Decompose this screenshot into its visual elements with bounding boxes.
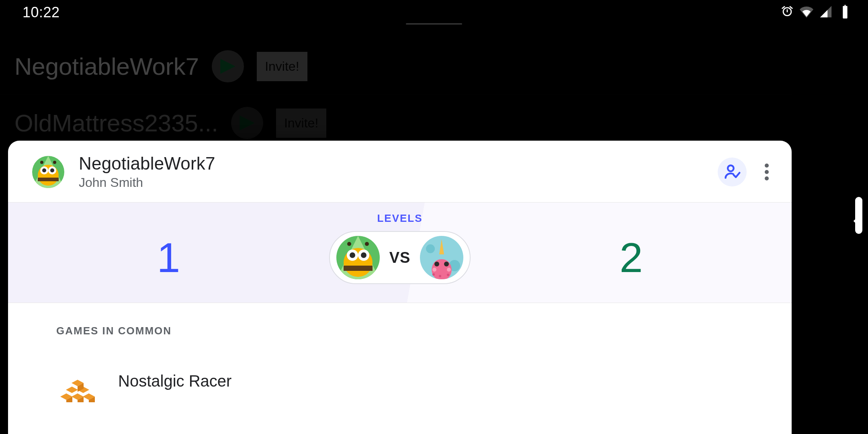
status-bar: 10:22 [0, 0, 868, 25]
svg-point-30 [444, 262, 449, 266]
cell-signal-icon [819, 5, 833, 20]
vs-label: VS [389, 249, 411, 266]
svg-point-23 [365, 242, 369, 246]
svg-point-21 [361, 252, 366, 258]
svg-point-9 [53, 161, 56, 164]
levels-comparison: LEVELS 1 [8, 203, 792, 303]
svg-point-13 [765, 176, 769, 180]
invite-button[interactable]: Invite! [276, 108, 326, 138]
sheet-header-text: NegotiableWork7 John Smith [79, 154, 718, 190]
alarm-icon [780, 5, 794, 20]
player-username: NegotiableWork7 [79, 154, 718, 174]
svg-point-6 [42, 168, 46, 172]
battery-icon [838, 5, 852, 20]
game-row[interactable]: Nostalgic Racer [56, 360, 743, 402]
svg-rect-17 [344, 266, 373, 271]
play-games-icon[interactable] [231, 107, 263, 139]
invite-button[interactable]: Invite! [257, 52, 307, 81]
status-time: 10:22 [23, 4, 60, 21]
svg-marker-40 [66, 387, 78, 393]
back-button[interactable] [844, 209, 868, 233]
svg-point-32 [447, 268, 451, 272]
levels-heading: LEVELS [8, 212, 792, 225]
background-player-list: NegotiableWork7 Invite! OldMattress2335.… [0, 38, 792, 151]
games-in-common-heading: GAMES IN COMMON [56, 325, 743, 337]
svg-point-10 [728, 165, 734, 171]
notch-indicator [406, 23, 462, 25]
player-realname: John Smith [79, 175, 718, 190]
their-avatar-bee-icon [336, 236, 380, 279]
vs-pill: VS [329, 231, 471, 284]
game-app-icon [56, 360, 99, 402]
svg-point-12 [765, 170, 769, 174]
svg-point-7 [50, 168, 54, 172]
play-games-icon[interactable] [212, 50, 244, 82]
svg-point-22 [347, 242, 351, 246]
svg-point-35 [447, 274, 449, 276]
my-avatar-narwhal-icon [420, 236, 463, 279]
svg-point-33 [432, 273, 435, 276]
background-player-name: OldMattress2335... [14, 109, 218, 137]
game-title: Nostalgic Racer [118, 372, 231, 390]
svg-point-26 [426, 244, 435, 253]
svg-point-31 [432, 268, 436, 272]
wifi-icon [800, 5, 813, 20]
background-player-row[interactable]: NegotiableWork7 Invite! [0, 38, 792, 95]
overflow-menu-button[interactable] [756, 164, 777, 180]
player-avatar-bee-icon[interactable] [32, 156, 64, 188]
svg-rect-3 [38, 178, 59, 181]
sheet-header: NegotiableWork7 John Smith [8, 141, 792, 203]
games-in-common-section: GAMES IN COMMON [8, 303, 792, 402]
status-icons [780, 5, 852, 20]
svg-point-11 [765, 164, 769, 168]
svg-point-34 [439, 275, 441, 277]
svg-point-29 [434, 262, 439, 266]
their-level-value: 1 [8, 234, 329, 282]
svg-point-2 [38, 165, 59, 186]
friend-status-button[interactable] [718, 158, 747, 186]
svg-point-20 [350, 252, 355, 258]
svg-point-8 [40, 161, 43, 164]
player-profile-sheet: NegotiableWork7 John Smith LEVELS 1 [8, 141, 792, 434]
background-player-name: NegotiableWork7 [14, 53, 199, 80]
my-level-value: 2 [471, 234, 792, 282]
